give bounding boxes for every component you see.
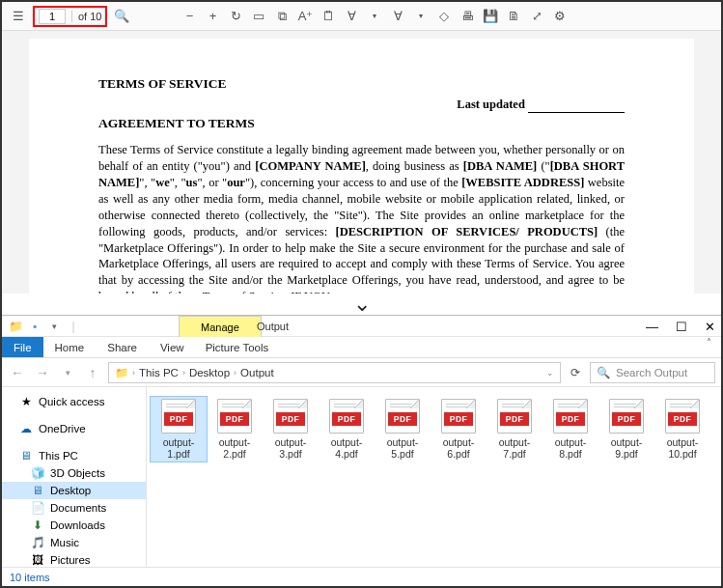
- tab-view[interactable]: View: [149, 337, 196, 357]
- sidebar-pictures[interactable]: 🖼Pictures: [2, 551, 146, 567]
- underline-dd-icon[interactable]: ▾: [412, 8, 430, 25]
- pdf-file-icon: PDF: [385, 399, 420, 434]
- qat-item-icon[interactable]: ▪: [27, 319, 42, 334]
- ribbon-collapse-icon[interactable]: ˄: [697, 337, 721, 357]
- highlight-icon[interactable]: ∀: [343, 8, 360, 25]
- file-item[interactable]: PDFoutput-9.pdf: [598, 397, 654, 462]
- underline-icon[interactable]: ∀: [389, 8, 406, 25]
- export-icon[interactable]: 🗎: [505, 8, 522, 25]
- contextual-tab[interactable]: Manage: [179, 316, 262, 337]
- sidebar-onedrive[interactable]: ☁OneDrive: [2, 420, 146, 437]
- tab-picture-tools[interactable]: Picture Tools: [196, 337, 279, 357]
- pdf-file-icon: PDF: [441, 399, 476, 434]
- tab-share[interactable]: Share: [96, 337, 149, 357]
- sidebar-quick-access[interactable]: ★Quick access: [2, 393, 146, 410]
- pictures-icon: 🖼: [31, 553, 44, 567]
- file-name: output-3.pdf: [264, 436, 317, 460]
- fit-icon[interactable]: ▭: [250, 8, 267, 25]
- settings-icon[interactable]: ⚙: [551, 8, 569, 25]
- cloud-icon: ☁: [19, 422, 33, 435]
- address-dd-icon[interactable]: ⌄: [546, 368, 554, 378]
- search-icon[interactable]: 🔍: [113, 8, 130, 25]
- fullscreen-icon[interactable]: ⤢: [528, 8, 545, 25]
- minimize-button[interactable]: —: [646, 320, 658, 334]
- sidebar-this-pc[interactable]: 🖥This PC: [2, 447, 146, 464]
- print-icon[interactable]: 🖶: [459, 8, 476, 25]
- file-item[interactable]: PDFoutput-8.pdf: [542, 397, 598, 462]
- page-indicator: of 10: [33, 6, 107, 27]
- search-placeholder: Search Output: [616, 367, 687, 378]
- qat-dropdown-icon[interactable]: ▾: [46, 319, 62, 334]
- sidebar-music[interactable]: 🎵Music: [2, 534, 146, 551]
- file-name: output-9.pdf: [600, 436, 653, 460]
- doc-body: These Terms of Service constitute a lega…: [98, 142, 625, 294]
- pdf-file-icon: PDF: [217, 399, 252, 434]
- page-input[interactable]: [39, 9, 66, 24]
- page-total: of 10: [71, 11, 101, 22]
- sidebar-3d-objects[interactable]: 🧊3D Objects: [2, 464, 146, 482]
- pc-icon: 🖥: [19, 449, 33, 462]
- zoom-in-icon[interactable]: +: [204, 8, 221, 25]
- pdf-toolbar: ☰ of 10 🔍 − + ↻ ▭ ⧉ A⁺ 🗒 ∀ ▾ ∀ ▾ ◇ 🖶 💾 🗎…: [2, 2, 721, 31]
- qat-sep: |: [66, 319, 81, 334]
- file-item[interactable]: PDFoutput-4.pdf: [319, 397, 375, 462]
- sidebar-desktop[interactable]: 🖥Desktop: [2, 482, 146, 499]
- file-name: output-6.pdf: [432, 436, 485, 460]
- status-bar: 10 items: [2, 567, 721, 586]
- breadcrumb-item[interactable]: Output: [240, 367, 274, 378]
- folder-icon[interactable]: 📁: [8, 319, 23, 334]
- sidebar-toggle-icon[interactable]: ☰: [10, 8, 27, 25]
- zoom-out-icon[interactable]: −: [181, 8, 198, 25]
- file-explorer: 📁 ▪ ▾ | Manage Output — ☐ ✕ File Home Sh…: [2, 315, 721, 586]
- pdf-file-icon: PDF: [161, 399, 196, 434]
- address-row: ← → ▾ ↑ 📁 › This PC › Desktop › Output ⌄…: [2, 358, 721, 387]
- pdf-file-icon: PDF: [553, 399, 588, 434]
- text-tool-icon[interactable]: A⁺: [296, 8, 314, 25]
- file-item[interactable]: PDFoutput-7.pdf: [487, 397, 542, 462]
- refresh-button[interactable]: ⟳: [567, 366, 584, 379]
- pdf-file-icon: PDF: [609, 399, 644, 434]
- search-icon: 🔍: [597, 366, 610, 379]
- file-item[interactable]: PDFoutput-10.pdf: [654, 397, 710, 462]
- sidebar-documents[interactable]: 📄Documents: [2, 499, 146, 517]
- maximize-button[interactable]: ☐: [676, 320, 687, 334]
- breadcrumb-item[interactable]: This PC: [139, 367, 179, 378]
- expand-chevron-icon[interactable]: ⌄: [2, 294, 721, 315]
- close-button[interactable]: ✕: [705, 320, 715, 334]
- file-name: output-2.pdf: [209, 436, 261, 460]
- page-layout-icon[interactable]: ⧉: [273, 8, 291, 25]
- pdf-file-icon: PDF: [329, 399, 364, 434]
- up-button[interactable]: ↑: [83, 365, 102, 380]
- address-bar[interactable]: 📁 › This PC › Desktop › Output ⌄: [108, 362, 561, 383]
- documents-icon: 📄: [31, 501, 44, 515]
- address-folder-icon: 📁: [115, 366, 128, 379]
- rotate-icon[interactable]: ↻: [227, 8, 244, 25]
- downloads-icon: ⬇: [31, 518, 44, 532]
- save-icon[interactable]: 💾: [482, 8, 499, 25]
- recent-dd-icon[interactable]: ▾: [58, 368, 77, 378]
- search-input[interactable]: 🔍 Search Output: [590, 362, 715, 383]
- note-icon[interactable]: 🗒: [320, 8, 337, 25]
- pdf-viewport[interactable]: TERMS OF SERVICE Last updated AGREEMENT …: [2, 31, 721, 294]
- forward-button[interactable]: →: [33, 365, 52, 380]
- back-button[interactable]: ←: [8, 365, 27, 380]
- file-item[interactable]: PDFoutput-2.pdf: [207, 397, 263, 462]
- file-pane[interactable]: PDFoutput-1.pdfPDFoutput-2.pdfPDFoutput-…: [147, 387, 721, 567]
- file-name: output-8.pdf: [544, 436, 597, 460]
- file-item[interactable]: PDFoutput-1.pdf: [151, 397, 207, 462]
- breadcrumb-item[interactable]: Desktop: [189, 367, 230, 378]
- highlight-dd-icon[interactable]: ▾: [366, 8, 383, 25]
- file-item[interactable]: PDFoutput-5.pdf: [375, 397, 431, 462]
- file-item[interactable]: PDFoutput-3.pdf: [263, 397, 319, 462]
- file-name: output-4.pdf: [320, 436, 373, 460]
- sidebar-downloads[interactable]: ⬇Downloads: [2, 517, 146, 534]
- tab-home[interactable]: Home: [43, 337, 97, 357]
- file-name: output-1.pdf: [153, 436, 205, 460]
- desktop-icon: 🖥: [31, 484, 44, 497]
- breadcrumb-sep: ›: [234, 368, 236, 378]
- tab-file[interactable]: File: [2, 337, 43, 357]
- erase-icon[interactable]: ◇: [435, 8, 453, 25]
- doc-heading-1: TERMS OF SERVICE: [98, 75, 625, 93]
- file-item[interactable]: PDFoutput-6.pdf: [431, 397, 487, 462]
- nav-sidebar: ★Quick access ☁OneDrive 🖥This PC 🧊3D Obj…: [2, 387, 147, 567]
